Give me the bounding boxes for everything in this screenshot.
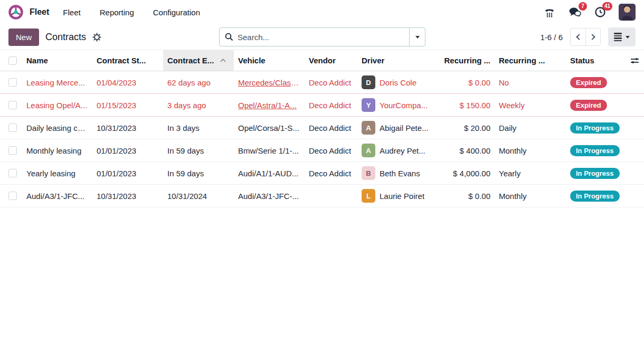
driver-name: Laurie Poiret <box>380 192 424 201</box>
actions-gear-icon[interactable] <box>92 33 101 42</box>
new-button[interactable]: New <box>8 29 39 46</box>
cell-contract-end: In 3 days <box>163 124 234 132</box>
cell-driver: B Beth Evans <box>357 166 442 180</box>
table-row[interactable]: Audi/A3/1-JFC... 10/31/2023 10/31/2024 A… <box>0 185 644 207</box>
row-checkbox[interactable] <box>8 146 17 155</box>
cell-name: Yearly leasing <box>22 169 92 178</box>
optional-columns-icon[interactable] <box>626 50 644 71</box>
driver-avatar: A <box>362 121 375 135</box>
messages-icon[interactable]: 7 <box>568 5 582 19</box>
table-row[interactable]: Leasing Merce... 01/04/2023 62 days ago … <box>0 71 644 94</box>
column-header-recurring-interval[interactable]: Recurring ... <box>495 50 566 71</box>
cell-vendor: Deco Addict <box>305 169 357 178</box>
driver-name: Doris Cole <box>380 78 416 87</box>
cell-recurring-interval: Weekly <box>495 101 566 110</box>
cell-contract-start: 01/01/2023 <box>92 146 163 155</box>
select-all-checkbox[interactable] <box>8 56 17 65</box>
chevron-right-icon <box>589 34 595 40</box>
cell-recurring-amount: $ 0.00 <box>442 192 495 201</box>
cell-contract-start: 01/15/2023 <box>92 101 163 110</box>
table-header-row: Name Contract St... Contract E... Vehicl… <box>0 50 644 71</box>
cell-vehicle: Opel/Astra/1-A... <box>234 101 305 110</box>
voip-phone-icon[interactable] <box>543 5 556 19</box>
driver-avatar: Y <box>362 98 375 112</box>
cell-contract-end: 62 days ago <box>163 78 234 87</box>
chevron-down-icon <box>415 36 420 39</box>
cell-contract-end: In 59 days <box>163 169 234 178</box>
cell-driver: A Abigail Pete... <box>357 121 442 135</box>
column-header-contract-start[interactable]: Contract St... <box>92 50 163 71</box>
app-name[interactable]: Fleet <box>30 7 49 17</box>
cell-recurring-amount: $ 150.00 <box>442 101 495 110</box>
table-row[interactable]: Yearly leasing 01/01/2023 In 59 days Aud… <box>0 162 644 185</box>
driver-avatar: B <box>362 166 375 180</box>
table-row[interactable]: Leasing Opel/A... 01/15/2023 3 days ago … <box>0 94 644 117</box>
messages-count-badge: 7 <box>579 2 587 11</box>
menu-fleet[interactable]: Fleet <box>63 8 80 17</box>
cell-vehicle: Audi/A3/1-JFC-... <box>234 192 305 201</box>
driver-name: Abigail Pete... <box>380 124 429 132</box>
cell-recurring-interval: Monthly <box>495 146 566 155</box>
cell-vendor: Deco Addict <box>305 101 357 110</box>
row-checkbox[interactable] <box>8 169 17 177</box>
driver-name: YourCompa... <box>380 101 428 110</box>
cell-vendor: Deco Addict <box>305 78 357 87</box>
status-badge: Expired <box>570 77 607 88</box>
driver-avatar: L <box>362 189 375 203</box>
cell-vehicle: Audi/A1/1-AUD... <box>234 169 305 178</box>
row-checkbox[interactable] <box>8 124 17 132</box>
table-row[interactable]: Monthly leasing 01/01/2023 In 59 days Bm… <box>0 139 644 162</box>
cell-driver: D Doris Cole <box>357 75 442 89</box>
contracts-table: Name Contract St... Contract E... Vehicl… <box>0 50 644 207</box>
status-badge: In Progress <box>570 168 620 179</box>
status-badge: In Progress <box>570 191 620 202</box>
activities-clock-icon[interactable]: 41 <box>593 5 607 19</box>
column-header-label: Contract E... <box>167 56 214 65</box>
cell-vendor: Deco Addict <box>305 146 357 155</box>
cell-recurring-amount: $ 0.00 <box>442 78 495 87</box>
column-header-recurring-amount[interactable]: Recurring ... <box>442 50 495 71</box>
breadcrumb-title: Contracts <box>45 32 86 43</box>
pager-next-button[interactable] <box>585 28 601 46</box>
fleet-app-icon[interactable] <box>8 5 23 20</box>
cell-name: Daily leasing co... <box>22 124 92 132</box>
row-checkbox[interactable] <box>8 192 17 200</box>
cell-driver: A Audrey Pet... <box>357 144 442 157</box>
table-row[interactable]: Daily leasing co... 10/31/2023 In 3 days… <box>0 117 644 139</box>
menu-reporting[interactable]: Reporting <box>100 8 134 17</box>
row-checkbox[interactable] <box>8 78 17 87</box>
cell-contract-end: In 59 days <box>163 146 234 155</box>
cell-contract-start: 10/31/2023 <box>92 124 163 132</box>
driver-name: Audrey Pet... <box>380 146 425 155</box>
column-header-name[interactable]: Name <box>22 50 92 71</box>
column-header-vendor[interactable]: Vendor <box>305 50 357 71</box>
cell-recurring-interval: No <box>495 78 566 87</box>
cell-vehicle: Mercedes/Class... <box>234 78 305 87</box>
cell-name: Monthly leasing <box>22 146 92 155</box>
list-view-icon <box>614 33 622 41</box>
column-header-driver[interactable]: Driver <box>357 50 442 71</box>
cell-name: Leasing Merce... <box>22 78 92 87</box>
status-badge: In Progress <box>570 145 620 156</box>
view-switcher-list-button[interactable] <box>608 27 636 46</box>
cell-contract-start: 01/01/2023 <box>92 169 163 178</box>
row-checkbox[interactable] <box>8 101 17 109</box>
menu-configuration[interactable]: Configuration <box>153 8 200 17</box>
search-icon <box>225 33 233 41</box>
column-header-vehicle[interactable]: Vehicle <box>234 50 305 71</box>
status-badge: In Progress <box>570 122 620 134</box>
column-header-status[interactable]: Status <box>566 50 626 71</box>
cell-vehicle: Bmw/Serie 1/1-... <box>234 146 305 155</box>
search-box <box>219 27 425 46</box>
column-header-contract-end[interactable]: Contract E... <box>163 50 234 71</box>
cell-recurring-amount: $ 400.00 <box>442 146 495 155</box>
search-options-toggle[interactable] <box>409 28 425 46</box>
search-input[interactable] <box>238 33 404 42</box>
control-panel: New Contracts 1-6 <box>0 24 644 50</box>
driver-name: Beth Evans <box>380 169 420 178</box>
pager-previous-button[interactable] <box>570 28 585 46</box>
cell-recurring-interval: Monthly <box>495 192 566 201</box>
user-avatar[interactable] <box>619 4 636 21</box>
chevron-left-icon <box>576 34 582 40</box>
sort-asc-icon <box>221 59 226 64</box>
